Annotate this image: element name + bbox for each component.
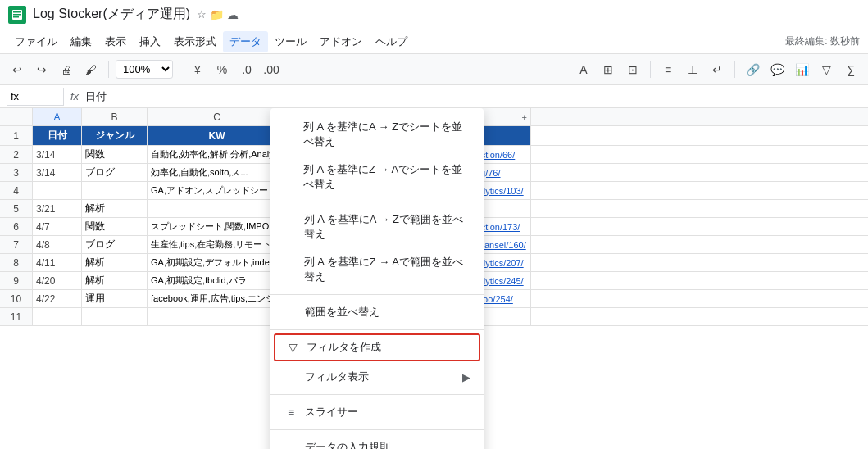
slicer-label: スライサー — [305, 405, 358, 420]
sort-z-a-range-item[interactable]: 列 A を基準にZ → Aで範囲を並べ替え — [270, 248, 484, 291]
create-filter-item[interactable]: ▽ フィルタを作成 — [274, 333, 480, 361]
decimal-increase-button[interactable]: .00 — [261, 59, 282, 80]
cell-b8[interactable]: 解析 — [82, 254, 148, 271]
menu-edit[interactable]: 編集 — [64, 31, 98, 52]
filter-view-item[interactable]: フィルタ表示 ▶ — [270, 363, 484, 391]
slicer-icon: ≡ — [284, 406, 298, 419]
cell-b7[interactable]: ブログ — [82, 236, 148, 253]
drive-icon[interactable]: 📁 — [210, 8, 224, 21]
cell-c9[interactable]: GA,初期設定,fbclid,パラ — [148, 272, 287, 289]
cell-b5[interactable]: 解析 — [82, 200, 148, 217]
row-num-1: 1 — [0, 126, 33, 145]
last-edit-text: 最終編集: 数秒前 — [785, 34, 860, 48]
col-header-a[interactable]: A — [33, 108, 82, 125]
redo-button[interactable]: ↪ — [31, 59, 52, 80]
menu-view[interactable]: 表示 — [98, 31, 133, 52]
cell-a10[interactable]: 4/22 — [33, 290, 82, 307]
sort-a-z-range-item[interactable]: 列 A を基準にA → Zで範囲を並べ替え — [270, 206, 484, 248]
cell-a6[interactable]: 4/7 — [33, 218, 82, 235]
dropdown-sep-4 — [270, 394, 484, 395]
title-bar: Log Stocker(メディア運用) ☆ 📁 ☁ — [0, 0, 868, 29]
row-num-header — [0, 108, 33, 125]
border-button[interactable]: ⊞ — [598, 59, 619, 80]
sheets-logo — [8, 6, 26, 24]
zoom-selector[interactable]: 100% 75% 125% 150% — [116, 60, 173, 79]
dropdown-sep-2 — [270, 294, 484, 295]
slicer-item[interactable]: ≡ スライサー — [270, 398, 484, 426]
decimal-decrease-button[interactable]: .0 — [236, 59, 257, 80]
cell-c5[interactable] — [148, 200, 287, 217]
text-wrap-button[interactable]: ↵ — [707, 59, 728, 80]
cell-b1[interactable]: ジャンル — [82, 126, 148, 145]
cell-b4[interactable] — [82, 182, 148, 199]
cell-c11[interactable] — [148, 308, 287, 325]
function-button[interactable]: ∑ — [840, 59, 861, 80]
row-num-9: 9 — [0, 272, 33, 289]
cell-c2[interactable]: 自動化,効率化,解析,分析,Analytics — [148, 146, 287, 163]
cell-c1[interactable]: KW — [148, 126, 287, 145]
svg-rect-3 — [13, 14, 21, 16]
chart-button[interactable]: 📊 — [791, 59, 812, 80]
menu-bar: ファイル 編集 表示 挿入 表示形式 データ ツール アドオン ヘルプ 最終編集… — [0, 29, 868, 54]
menu-data[interactable]: データ — [223, 31, 268, 52]
currency-button[interactable]: ¥ — [187, 59, 208, 80]
cell-a8[interactable]: 4/11 — [33, 254, 82, 271]
cell-a2[interactable]: 3/14 — [33, 146, 82, 163]
paint-format-button[interactable]: 🖌 — [80, 59, 102, 80]
cell-a11[interactable] — [33, 308, 82, 325]
cell-c6[interactable]: スプレッドシート,関数,IMPORTXML,自動化,効率化,ストキーワード,SE… — [148, 218, 287, 235]
menu-insert[interactable]: 挿入 — [133, 31, 167, 52]
document-title: Log Stocker(メディア運用) — [33, 6, 190, 23]
menu-tools[interactable]: ツール — [268, 31, 313, 52]
cell-b9[interactable]: 解析 — [82, 272, 148, 289]
menu-file[interactable]: ファイル — [8, 31, 64, 52]
percent-button[interactable]: % — [211, 59, 233, 80]
menu-help[interactable]: ヘルプ — [369, 31, 414, 52]
menu-addons[interactable]: アドオン — [313, 31, 369, 52]
cell-a1[interactable]: 日付 — [33, 126, 82, 145]
filter-icon: ▽ — [285, 341, 300, 354]
cell-a7[interactable]: 4/8 — [33, 236, 82, 253]
merge-button[interactable]: ⊡ — [622, 59, 643, 80]
cloud-icon[interactable]: ☁ — [227, 8, 239, 21]
sort-a-z-sheet-label: 列 A を基準にA → Zでシートを並べ替え — [303, 120, 470, 149]
align-vert-button[interactable]: ⊥ — [682, 59, 703, 80]
comment-button[interactable]: 💬 — [766, 59, 788, 80]
cell-a3[interactable]: 3/14 — [33, 164, 82, 181]
cell-a5[interactable]: 3/21 — [33, 200, 82, 217]
sort-z-a-sheet-item[interactable]: 列 A を基準にZ → Aでシートを並べ替え — [270, 156, 484, 198]
filter-button[interactable]: ▽ — [816, 59, 837, 80]
validation-item[interactable]: データの入力規則 — [270, 433, 484, 449]
toolbar-right: A ⊞ ⊡ ≡ ⊥ ↵ 🔗 💬 📊 ▽ ∑ — [573, 59, 861, 80]
submenu-arrow-filter: ▶ — [462, 371, 470, 383]
cell-b10[interactable]: 運用 — [82, 290, 148, 307]
cell-c4[interactable]: GA,アドオン,スプレッドシート,メンション,メトリクスタ — [148, 182, 287, 199]
sort-a-z-sheet-item[interactable]: 列 A を基準にA → Zでシートを並べ替え — [270, 113, 484, 156]
undo-button[interactable]: ↩ — [7, 59, 28, 80]
row-num-11: 11 — [0, 308, 33, 325]
star-icon[interactable]: ☆ — [197, 8, 207, 20]
cell-c3[interactable]: 効率化,自動化,solto,ス... — [148, 164, 287, 181]
menu-format[interactable]: 表示形式 — [167, 31, 223, 52]
align-left-button[interactable]: ≡ — [657, 59, 679, 80]
fx-label: fx — [70, 90, 79, 102]
cell-c8[interactable]: GA,初期設定,デフォルト,index.html — [148, 254, 287, 271]
sort-range-item[interactable]: 範囲を並べ替え — [270, 298, 484, 326]
cell-c10[interactable]: facebook,運用,広告,tips,エンシー — [148, 290, 287, 307]
col-header-b[interactable]: B — [82, 108, 148, 125]
cell-reference[interactable] — [7, 88, 64, 106]
cell-a9[interactable]: 4/20 — [33, 272, 82, 289]
print-button[interactable]: 🖨 — [56, 59, 77, 80]
cell-a4[interactable] — [33, 182, 82, 199]
font-button[interactable]: A — [573, 59, 594, 80]
cell-b6[interactable]: 関数 — [82, 218, 148, 235]
sheet-area: A B C E H + 1 日付 ジャンル KW 文字数 記事URL 2 3/1… — [0, 108, 868, 449]
formula-bar: fx 日付 — [0, 85, 868, 108]
cell-b3[interactable]: ブログ — [82, 164, 148, 181]
cell-c7[interactable]: 生産性,tips,在宅勤務,リモート,良品,効率化 — [148, 236, 287, 253]
link-button[interactable]: 🔗 — [742, 59, 763, 80]
cell-b11[interactable] — [82, 308, 148, 325]
cell-b2[interactable]: 関数 — [82, 146, 148, 163]
col-header-c[interactable]: C — [148, 108, 287, 125]
row-num-3: 3 — [0, 164, 33, 181]
